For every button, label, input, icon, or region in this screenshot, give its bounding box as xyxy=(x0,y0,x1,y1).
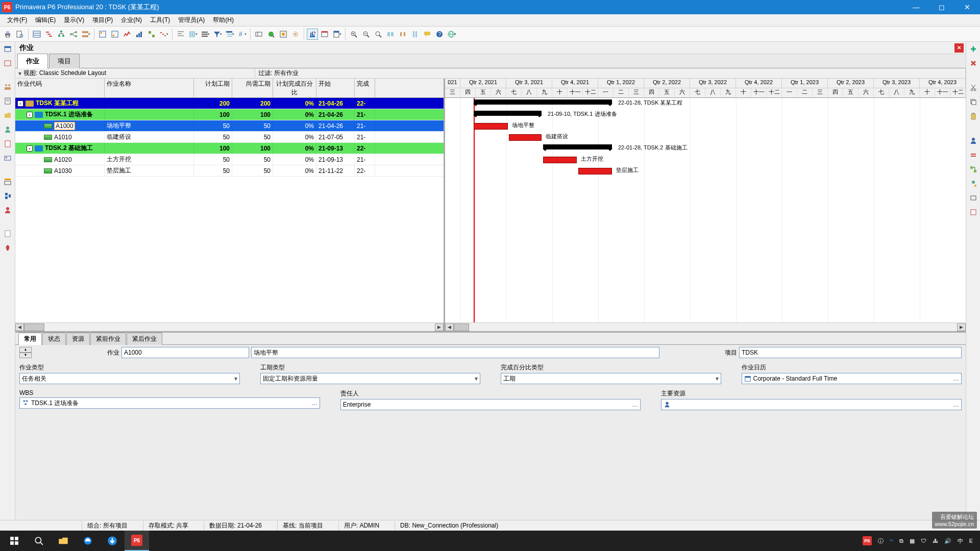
system-tray[interactable]: P6 ⓘ ⌔ ⧉ ▦ 🛡 🖧 🔊 中 E xyxy=(863,536,978,545)
table-row[interactable]: A1000场地平整50500%21-04-2621- xyxy=(15,120,444,132)
hash-icon[interactable]: # xyxy=(236,29,248,40)
tray-icon[interactable]: ⓘ xyxy=(878,537,884,545)
detail-tab-resources[interactable]: 资源 xyxy=(66,333,90,345)
pct-type-select[interactable]: 工期▾ xyxy=(501,373,721,384)
layout-table-icon[interactable] xyxy=(31,29,42,40)
tray-icon[interactable]: E xyxy=(969,538,973,544)
schedule-icon[interactable] xyxy=(307,29,318,40)
cut-icon[interactable] xyxy=(968,83,978,93)
zoom-fit-icon[interactable] xyxy=(373,29,384,40)
sidebar-icon[interactable] xyxy=(3,44,13,54)
sidebar-icon[interactable] xyxy=(968,136,978,146)
toolbar-button[interactable] xyxy=(200,29,211,40)
sidebar-icon[interactable] xyxy=(3,96,13,106)
toolbar-button[interactable] xyxy=(278,29,289,40)
toolbar-button[interactable] xyxy=(109,29,120,40)
help-icon[interactable]: ? xyxy=(434,29,445,40)
delete-icon[interactable] xyxy=(968,58,978,68)
sidebar-icon[interactable] xyxy=(3,139,13,149)
toolbar-button[interactable] xyxy=(253,29,264,40)
zoom-out-icon[interactable] xyxy=(360,29,372,40)
col-header-name[interactable]: 作业名称 xyxy=(105,79,194,97)
explorer-icon[interactable] xyxy=(51,531,76,551)
wbs-field[interactable]: TDSK.1 进场准备… xyxy=(19,397,320,409)
group-icon[interactable] xyxy=(224,29,235,40)
volume-icon[interactable]: 🔊 xyxy=(944,538,951,544)
toolbar-button[interactable] xyxy=(290,29,301,40)
menu-enterprise[interactable]: 企业(N) xyxy=(117,14,146,26)
print-icon[interactable] xyxy=(2,29,13,40)
filter-icon[interactable] xyxy=(212,29,223,40)
maximize-button[interactable]: ◻ xyxy=(929,0,954,14)
toolbar-button[interactable] xyxy=(409,29,421,40)
layout-gantt-icon[interactable] xyxy=(43,29,55,40)
toolbar-button[interactable] xyxy=(385,29,396,40)
detail-tab-general[interactable]: 常用 xyxy=(18,333,42,345)
toolbar-button[interactable] xyxy=(265,29,277,40)
record-spinner[interactable]: ▲▼ xyxy=(19,347,32,358)
col-header-d2[interactable]: 尚需工期 xyxy=(232,79,273,97)
col-header-pct[interactable]: 计划完成百分比 xyxy=(273,79,316,97)
print-preview-icon[interactable] xyxy=(14,29,26,40)
sidebar-icon[interactable] xyxy=(3,229,13,239)
zoom-in-icon[interactable] xyxy=(348,29,359,40)
sidebar-icon[interactable] xyxy=(3,58,13,68)
col-header-d1[interactable]: 计划工期 xyxy=(194,79,232,97)
sidebar-icon[interactable] xyxy=(3,124,13,135)
sidebar-icon[interactable] xyxy=(968,207,978,217)
owner-field[interactable]: Enterprise… xyxy=(340,399,641,410)
add-icon[interactable] xyxy=(968,44,978,54)
menu-edit[interactable]: 编辑(E) xyxy=(31,14,60,26)
layout-selector[interactable]: 视图: Classic Schedule Layout xyxy=(15,68,255,78)
sidebar-icon[interactable] xyxy=(3,110,13,120)
columns-icon[interactable] xyxy=(187,29,199,40)
download-icon[interactable] xyxy=(100,531,125,551)
menu-help[interactable]: 帮助(H) xyxy=(209,14,238,26)
tab-activities[interactable]: 作业 xyxy=(17,54,48,68)
table-row[interactable]: -TDSK.1 进场准备1001000%21-04-2621- xyxy=(15,109,444,120)
grid-scrollbar[interactable]: ◀▶ xyxy=(15,322,444,331)
duration-type-select[interactable]: 固定工期和资源用量▾ xyxy=(260,373,481,384)
col-header-id[interactable]: 作业代码 xyxy=(15,79,105,97)
bluetooth-icon[interactable]: ⌔ xyxy=(890,538,893,544)
sidebar-icon[interactable] xyxy=(3,205,13,215)
toolbar-button[interactable] xyxy=(146,29,157,40)
menu-file[interactable]: 文件(F) xyxy=(3,14,31,26)
sidebar-icon[interactable] xyxy=(968,164,978,174)
toolbar-button[interactable] xyxy=(80,29,91,40)
sidebar-icon[interactable] xyxy=(3,177,13,187)
network-icon[interactable] xyxy=(68,29,79,40)
toolbar-button[interactable] xyxy=(97,29,108,40)
tab-projects[interactable]: 项目 xyxy=(49,54,80,68)
col-header-start[interactable]: 开始 xyxy=(316,79,355,97)
toolbar-button[interactable] xyxy=(397,29,408,40)
table-row[interactable]: -TDSK.2 基础施工1001000%21-09-1322- xyxy=(15,143,444,154)
filter-display[interactable]: 过滤: 所有作业 xyxy=(255,68,966,78)
shield-icon[interactable]: 🛡 xyxy=(921,538,926,544)
p6-taskbar-icon[interactable]: P6 xyxy=(125,531,149,551)
sidebar-icon[interactable] xyxy=(968,179,978,189)
calendar-field[interactable]: Corporate - Standard Full Time… xyxy=(742,373,962,384)
sidebar-icon[interactable] xyxy=(3,82,13,92)
tray-icon[interactable]: ⧉ xyxy=(899,538,903,544)
copy-icon[interactable] xyxy=(968,97,978,107)
table-row[interactable]: A1020土方开挖50500%21-09-1321- xyxy=(15,154,444,165)
menu-project[interactable]: 项目(P) xyxy=(88,14,117,26)
close-panel-icon[interactable]: ✕ xyxy=(954,43,964,53)
sidebar-icon[interactable] xyxy=(3,191,13,201)
detail-tab-succ[interactable]: 紧后作业 xyxy=(127,333,162,345)
toolbar-button[interactable] xyxy=(134,29,145,40)
sidebar-icon[interactable] xyxy=(3,153,13,163)
menu-view[interactable]: 显示(V) xyxy=(60,14,88,26)
tray-icon[interactable]: ▦ xyxy=(910,538,915,544)
ime-icon[interactable]: 中 xyxy=(958,537,963,545)
start-button[interactable] xyxy=(2,531,27,551)
activity-name-field[interactable]: 场地平整 xyxy=(251,347,659,358)
col-header-end[interactable]: 完成 xyxy=(355,79,375,97)
sidebar-icon[interactable] xyxy=(968,150,978,160)
activity-id-field[interactable]: A1000 xyxy=(121,347,249,358)
close-button[interactable]: ✕ xyxy=(954,0,980,14)
sidebar-icon[interactable] xyxy=(968,193,978,203)
detail-tab-status[interactable]: 状态 xyxy=(42,333,66,345)
table-row[interactable]: A1030垫层施工50500%21-11-2222- xyxy=(15,165,444,177)
